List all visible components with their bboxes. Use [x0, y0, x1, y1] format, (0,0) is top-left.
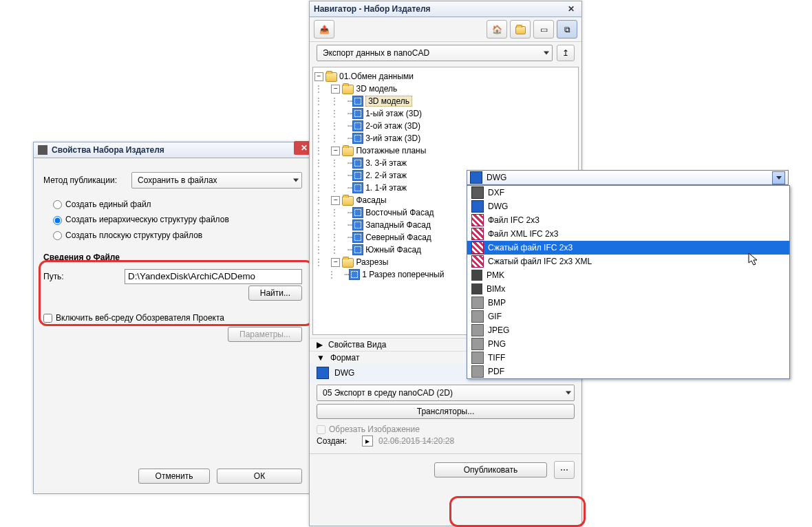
tree-item[interactable]: Северный Фасад [365, 233, 431, 242]
publish-options-button[interactable]: ⋯ [554, 461, 575, 479]
tree-item[interactable]: 3D модель [365, 96, 412, 107]
dwg-icon [471, 200, 484, 213]
format-option-label: PMK [487, 270, 504, 280]
format-option[interactable]: PDF [467, 365, 789, 378]
parameters-button: Параметры... [228, 327, 302, 342]
format-option[interactable]: PNG [467, 337, 789, 351]
toolbar-open-icon[interactable]: 📤 [314, 20, 334, 39]
format-option-label: PDF [488, 367, 504, 376]
nav-toolbar: 📤 🏠 ▭ ⧉ [310, 17, 581, 42]
play-icon[interactable]: ▸ [362, 435, 373, 447]
dwg-icon [470, 171, 482, 184]
tree-group-facades[interactable]: Фасады [356, 195, 386, 205]
format-option-label: BMP [488, 298, 506, 308]
tree-group-floors[interactable]: Поэтажные планы [356, 146, 426, 155]
format-dropdown-list[interactable]: DXFDWGФайл IFC 2x3Файл XML IFC 2x3Сжатый… [467, 185, 790, 379]
tree-item[interactable]: 3. 3-й этаж [365, 158, 407, 168]
radio-flat[interactable]: Создать плоскую структуру файлов [53, 230, 202, 240]
publish-method-label: Метод публикации: [43, 175, 126, 185]
format-option-label: TIFF [488, 353, 505, 363]
up-level-button[interactable]: ↥ [557, 45, 575, 61]
publish-method-dropdown[interactable]: Сохранить в файлах [131, 172, 302, 189]
format-option-label: JPEG [488, 325, 509, 335]
format-option[interactable]: Файл IFC 2x3 [467, 213, 789, 227]
ok-button[interactable]: ОК [217, 469, 302, 484]
ifc-icon [471, 255, 484, 268]
toolbar-layout-icon[interactable]: ▭ [533, 20, 554, 39]
toolbar-publisher-icon[interactable]: ⧉ [557, 20, 577, 39]
img-icon [471, 310, 484, 323]
toolbar-home-icon[interactable]: 🏠 [487, 20, 507, 39]
img-icon [471, 297, 484, 309]
format-option-label: GIF [488, 312, 502, 321]
format-value: DWG [334, 368, 354, 378]
tree-item[interactable]: 1 Разрез поперечный [362, 270, 444, 279]
tree-item[interactable]: 1. 1-й этаж [365, 183, 407, 193]
tree-item[interactable]: Южный Фасад [365, 245, 421, 255]
chevron-down-icon [566, 391, 571, 395]
tree-item[interactable]: 2-ой этаж (3D) [365, 121, 420, 131]
ifc-icon [471, 214, 484, 226]
tree-item[interactable]: 2. 2-й этаж [365, 171, 407, 180]
format-option[interactable]: JPEG [467, 323, 789, 337]
format-option[interactable]: Сжатый файл IFC 2x3 XML [467, 255, 789, 268]
format-option[interactable]: GIF [467, 310, 789, 323]
chevron-down-icon [772, 171, 785, 184]
tree-group-sections[interactable]: Разрезы [356, 257, 388, 267]
props-title: Свойства Набора Издателя [52, 145, 164, 155]
cancel-button[interactable]: Отменить [138, 469, 210, 484]
props-titlebar: Свойства Набора Издателя ✕ [34, 142, 312, 158]
chevron-down-icon [293, 179, 299, 182]
tree-item[interactable]: 3-ий этаж (3D) [365, 133, 420, 143]
img-icon [471, 324, 484, 336]
created-label: Создан: [317, 436, 356, 446]
ifc-icon [471, 228, 484, 240]
translators-button[interactable]: Трансляторы... [317, 404, 575, 419]
tree-item[interactable]: 1-ый этаж (3D) [365, 109, 422, 118]
publish-button[interactable]: Опубликовать [434, 462, 547, 477]
publish-method-value: Сохранить в файлах [138, 175, 217, 185]
img-icon [471, 365, 484, 378]
tree-item[interactable]: Западный Фасад [365, 220, 431, 230]
nav-close-button[interactable]: ✕ [565, 4, 577, 14]
tree-group-3d[interactable]: 3D модель [356, 84, 397, 94]
browse-button[interactable]: Найти... [248, 286, 302, 301]
file-info-heading: Сведения о Файле [43, 252, 302, 262]
export-set-dropdown[interactable]: Экспорт данных в nanoCAD [317, 45, 553, 61]
include-browser-checkbox[interactable]: Включить веб-среду Обозревателя Проекта [43, 313, 224, 323]
format-option[interactable]: Сжатый файл IFC 2x3 [467, 241, 789, 255]
ifc-icon [471, 241, 484, 254]
publisher-properties-dialog: Свойства Набора Издателя ✕ Метод публика… [33, 142, 312, 494]
format-option[interactable]: Файл XML IFC 2x3 [467, 227, 789, 241]
img-icon [471, 338, 484, 350]
format-option-label: Файл XML IFC 2x3 [488, 229, 558, 239]
translator-value: 05 Экспорт в среду nanoCAD (2D) [323, 388, 453, 398]
translator-dropdown[interactable]: 05 Экспорт в среду nanoCAD (2D) [317, 385, 575, 401]
tree-root[interactable]: 01.Обмен данными [339, 72, 414, 81]
pmk-icon [471, 270, 482, 281]
dxf-icon [471, 186, 484, 199]
format-option[interactable]: DXF [467, 186, 789, 200]
format-option[interactable]: PMK [467, 268, 789, 282]
export-set-value: Экспорт данных в nanoCAD [323, 48, 429, 58]
img-icon [471, 352, 484, 364]
format-option-label: Сжатый файл IFC 2x3 XML [488, 257, 592, 266]
crop-image-checkbox: Обрезать Изображение [317, 424, 420, 434]
format-option-label: BIMx [487, 284, 505, 294]
format-option[interactable]: TIFF [467, 351, 789, 365]
format-option-label: Файл IFC 2x3 [488, 215, 539, 225]
tree-item[interactable]: Восточный Фасад [365, 208, 434, 217]
radio-single-file[interactable]: Создать единый файл [53, 200, 151, 209]
format-option[interactable]: BMP [467, 296, 789, 310]
radio-hierarchical[interactable]: Создать иерархическую структуру файлов [53, 215, 229, 224]
toolbar-folder-icon[interactable] [510, 20, 531, 39]
path-input[interactable] [125, 269, 302, 284]
format-option[interactable]: DWG [467, 200, 789, 213]
pmk-icon [471, 283, 482, 294]
format-option[interactable]: BIMx [467, 282, 789, 296]
format-option-label: DXF [488, 188, 504, 197]
created-value: 02.06.2015 14:20:28 [378, 436, 454, 446]
format-option-label: DWG [488, 202, 508, 211]
format-dropdown-selected[interactable]: DWG [467, 170, 789, 185]
format-option-label: Сжатый файл IFC 2x3 [488, 243, 573, 252]
